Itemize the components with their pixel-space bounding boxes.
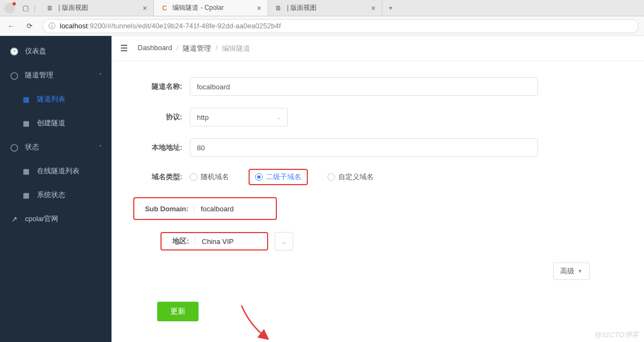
input-tunnel-name[interactable]: focalboard	[190, 77, 538, 96]
sidebar-group-status[interactable]: ◯ 状态 ˄	[0, 135, 112, 159]
radio-custom-domain[interactable]: 自定义域名	[327, 172, 374, 182]
sidebar-item-label: 在线隧道列表	[37, 166, 79, 176]
browser-tab[interactable]: 🗎 | 版面视图 ×	[268, 0, 382, 16]
circle-icon: ◯	[10, 71, 18, 80]
close-icon[interactable]: ×	[371, 4, 375, 13]
grid-icon: ▦	[22, 167, 30, 175]
tab-title: | 版面视图	[287, 3, 367, 13]
close-icon[interactable]: ×	[257, 4, 261, 13]
triangle-down-icon: ▼	[578, 268, 583, 274]
browser-toolbar: ← ⟳ ⓘ localhost:9200/#/tunnels/edit/40e1…	[0, 16, 644, 36]
crumb-dashboard[interactable]: Dashboard	[138, 44, 172, 53]
tab-title: | 版面视图	[58, 3, 138, 13]
chevron-up-icon: ˄	[99, 144, 102, 150]
info-icon: ⓘ	[48, 21, 55, 31]
select-protocol[interactable]: http ⌄	[190, 108, 288, 126]
advanced-toggle-button[interactable]: 高级 ▼	[553, 262, 590, 280]
radio-group-domain-type: 随机域名 二级子域名 自定义域名	[190, 169, 374, 185]
label-region: 地区:	[167, 236, 195, 246]
sidebar-item-label: 仪表盘	[25, 46, 46, 56]
update-button[interactable]: 更新	[157, 302, 199, 321]
sidebar-item-label: 创建隧道	[37, 118, 65, 128]
radio-icon	[255, 173, 263, 181]
annotation-highlight: Sub Domain: focalboard	[133, 197, 277, 220]
sidebar-item-label: 隧道列表	[37, 94, 65, 104]
crumb-tunnel-mgmt[interactable]: 隧道管理	[183, 44, 211, 53]
sidebar-item-online-tunnels[interactable]: ▦ 在线隧道列表	[0, 159, 112, 183]
annotation-highlight: 地区: China VIP	[160, 232, 268, 251]
profile-avatar-icon[interactable]	[4, 3, 15, 14]
url-path: /#/tunnels/edit/40e19b24-741f-48fe-92dd-…	[106, 22, 281, 30]
select-region-toggle[interactable]: ⌄	[275, 232, 293, 251]
topbar: ☰ Dashboard / 隧道管理 / 编辑隧道	[112, 36, 644, 61]
back-button[interactable]: ←	[5, 21, 16, 32]
browser-tab[interactable]: C 编辑隧道 - Cpolar ×	[154, 0, 268, 16]
page-icon: 🗎	[275, 4, 282, 12]
radio-subdomain[interactable]: 二级子域名	[255, 172, 301, 182]
sidebar: 🕑 仪表盘 ◯ 隧道管理 ˄ ▦ 隧道列表 ▦ 创建隧道 ◯ 状态 ˄ ▦ 在线…	[0, 36, 112, 342]
gauge-icon: 🕑	[10, 47, 18, 56]
grid-icon: ▦	[22, 119, 30, 127]
label-local-addr: 本地地址:	[133, 143, 182, 152]
grid-icon: ▦	[22, 95, 30, 103]
external-link-icon: ↗	[10, 215, 18, 223]
refresh-button[interactable]: ⟳	[24, 21, 35, 32]
sidebar-item-system-status[interactable]: ▦ 系统状态	[0, 183, 112, 207]
annotation-highlight: 二级子域名	[249, 169, 308, 185]
sidebar-item-label: 系统状态	[37, 190, 65, 200]
menu-toggle-icon[interactable]: ☰	[120, 43, 128, 53]
browser-tabs: 🗎 | 版面视图 × C 编辑隧道 - Cpolar × 🗎 | 版面视图 × …	[40, 0, 642, 16]
content: ☰ Dashboard / 隧道管理 / 编辑隧道 隧道名称: focalboa…	[112, 36, 644, 342]
value-region: China VIP	[195, 237, 262, 246]
radio-random-domain[interactable]: 随机域名	[190, 172, 229, 182]
page: 🕑 仪表盘 ◯ 隧道管理 ˄ ▦ 隧道列表 ▦ 创建隧道 ◯ 状态 ˄ ▦ 在线…	[0, 36, 644, 342]
crumb-current: 编辑隧道	[222, 44, 250, 53]
close-icon[interactable]: ×	[143, 4, 147, 13]
sidebar-group-tunnel[interactable]: ◯ 隧道管理 ˄	[0, 63, 112, 87]
page-icon: 🗎	[46, 4, 54, 12]
label-subdomain: Sub Domain:	[140, 205, 194, 213]
sidebar-item-tunnel-list[interactable]: ▦ 隧道列表	[0, 87, 112, 111]
url-port: :9200	[88, 22, 106, 30]
input-local-addr[interactable]: 80	[190, 138, 538, 157]
radio-icon	[327, 173, 335, 181]
chevron-down-icon: ⌄	[281, 237, 287, 246]
radio-icon	[190, 173, 197, 181]
browser-tab[interactable]: 🗎 | 版面视图 ×	[40, 0, 154, 16]
chevron-up-icon: ˄	[99, 72, 102, 78]
crumb-sep: /	[215, 44, 218, 53]
sidebar-item-label: cpolar官网	[25, 214, 58, 224]
label-tunnel-name: 隧道名称:	[133, 82, 182, 91]
sidebar-item-label: 状态	[25, 142, 39, 152]
url-host: localhost	[60, 22, 88, 30]
page-icon: C	[160, 4, 168, 12]
sidebar-item-dashboard[interactable]: 🕑 仪表盘	[0, 39, 112, 63]
input-subdomain[interactable]: focalboard	[194, 205, 270, 213]
sidebar-item-create-tunnel[interactable]: ▦ 创建隧道	[0, 111, 112, 135]
watermark: @51CTO博客	[595, 330, 639, 340]
annotation-arrow	[239, 303, 271, 342]
crumb-sep: /	[177, 44, 179, 53]
breadcrumb: Dashboard / 隧道管理 / 编辑隧道	[138, 44, 250, 53]
new-tab-button[interactable]: +	[382, 0, 399, 16]
circle-icon: ◯	[10, 143, 18, 151]
tab-title: 编辑隧道 - Cpolar	[172, 3, 252, 13]
label-protocol: 协议:	[133, 112, 182, 122]
label-domain-type: 域名类型:	[133, 172, 182, 182]
sidebar-item-cpolar-site[interactable]: ↗ cpolar官网	[0, 207, 112, 231]
address-bar[interactable]: ⓘ localhost:9200/#/tunnels/edit/40e19b24…	[42, 19, 639, 33]
browser-titlebar: ▢ | 🗎 | 版面视图 × C 编辑隧道 - Cpolar × 🗎 | 版面视…	[0, 0, 644, 16]
edit-tunnel-form: 隧道名称: focalboard 协议: http ⌄ 本地地址: 80 域名类…	[112, 61, 644, 327]
workspaces-icon[interactable]: ▢	[20, 2, 32, 14]
chevron-down-icon: ⌄	[276, 114, 281, 120]
grid-icon: ▦	[22, 191, 30, 199]
sidebar-item-label: 隧道管理	[25, 70, 53, 80]
